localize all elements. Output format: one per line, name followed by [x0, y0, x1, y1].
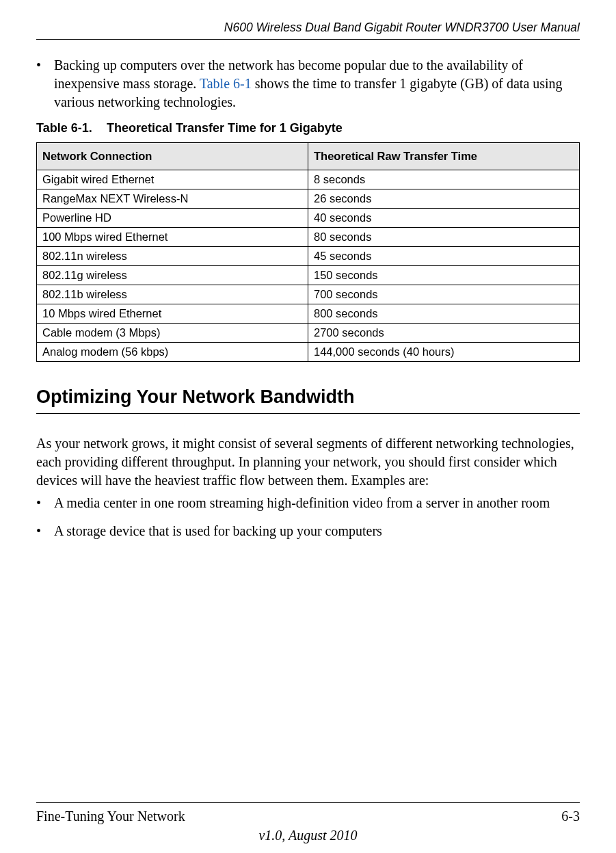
bullet-marker: •: [36, 522, 54, 540]
table-cell-connection: Cable modem (3 Mbps): [37, 324, 308, 343]
page-header: N600 Wireless Dual Band Gigabit Router W…: [36, 21, 580, 40]
section-heading-optimizing: Optimizing Your Network Bandwidth: [36, 386, 580, 414]
section-bullet-text: A media center in one room streaming hig…: [54, 494, 580, 512]
bullet-marker: •: [36, 56, 54, 111]
footer-left: Fine-Tuning Your Network: [36, 807, 185, 826]
section-bullet-text: A storage device that is used for backin…: [54, 522, 580, 540]
table-cell-connection: 10 Mbps wired Ethernet: [37, 304, 308, 324]
table-row: RangeMax NEXT Wireless-N 26 seconds: [37, 189, 580, 209]
table-cell-time: 26 seconds: [308, 189, 580, 209]
table-cell-time: 80 seconds: [308, 228, 580, 247]
table-cell-time: 8 seconds: [308, 170, 580, 189]
table-cell-time: 800 seconds: [308, 304, 580, 324]
table-cell-connection: Powerline HD: [37, 209, 308, 228]
header-title: N600 Wireless Dual Band Gigabit Router W…: [224, 21, 580, 34]
table-caption-title: Theoretical Transfer Time for 1 Gigabyte: [107, 121, 343, 135]
table-cell-connection: 100 Mbps wired Ethernet: [37, 228, 308, 247]
table-cell-connection: 802.11b wireless: [37, 285, 308, 304]
intro-bullet: • Backing up computers over the network …: [36, 56, 580, 111]
bullet-marker: •: [36, 494, 54, 512]
table-row: Cable modem (3 Mbps) 2700 seconds: [37, 324, 580, 343]
table-header-time: Theoretical Raw Transfer Time: [308, 143, 580, 170]
table-reference-link[interactable]: Table 6-1: [200, 76, 252, 91]
footer-page-number: 6-3: [561, 807, 580, 826]
table-cell-time: 45 seconds: [308, 247, 580, 266]
page-footer: Fine-Tuning Your Network 6-3 v1.0, Augus…: [36, 802, 580, 845]
table-cell-time: 144,000 seconds (40 hours): [308, 343, 580, 362]
table-row: 802.11g wireless 150 seconds: [37, 266, 580, 285]
table-cell-connection: 802.11n wireless: [37, 247, 308, 266]
section-bullet: • A media center in one room streaming h…: [36, 494, 580, 512]
table-caption-label: Table 6-1.: [36, 121, 103, 135]
table-cell-time: 40 seconds: [308, 209, 580, 228]
section-paragraph: As your network grows, it might consist …: [36, 434, 580, 490]
table-cell-connection: RangeMax NEXT Wireless-N: [37, 189, 308, 209]
intro-bullet-text: Backing up computers over the network ha…: [54, 56, 580, 111]
table-caption: Table 6-1. Theoretical Transfer Time for…: [36, 121, 580, 135]
table-row: Analog modem (56 kbps) 144,000 seconds (…: [37, 343, 580, 362]
transfer-time-table: Network Connection Theoretical Raw Trans…: [36, 142, 580, 362]
section-bullet: • A storage device that is used for back…: [36, 522, 580, 540]
table-cell-connection: Gigabit wired Ethernet: [37, 170, 308, 189]
table-cell-time: 150 seconds: [308, 266, 580, 285]
table-row: 802.11n wireless 45 seconds: [37, 247, 580, 266]
table-cell-connection: Analog modem (56 kbps): [37, 343, 308, 362]
table-row: 802.11b wireless 700 seconds: [37, 285, 580, 304]
table-header-row: Network Connection Theoretical Raw Trans…: [37, 143, 580, 170]
table-row: Gigabit wired Ethernet 8 seconds: [37, 170, 580, 189]
footer-top-row: Fine-Tuning Your Network 6-3: [36, 807, 580, 826]
table-cell-time: 700 seconds: [308, 285, 580, 304]
table-row: 10 Mbps wired Ethernet 800 seconds: [37, 304, 580, 324]
footer-version: v1.0, August 2010: [36, 826, 580, 845]
table-header-connection: Network Connection: [37, 143, 308, 170]
table-cell-connection: 802.11g wireless: [37, 266, 308, 285]
table-row: Powerline HD 40 seconds: [37, 209, 580, 228]
table-cell-time: 2700 seconds: [308, 324, 580, 343]
table-row: 100 Mbps wired Ethernet 80 seconds: [37, 228, 580, 247]
